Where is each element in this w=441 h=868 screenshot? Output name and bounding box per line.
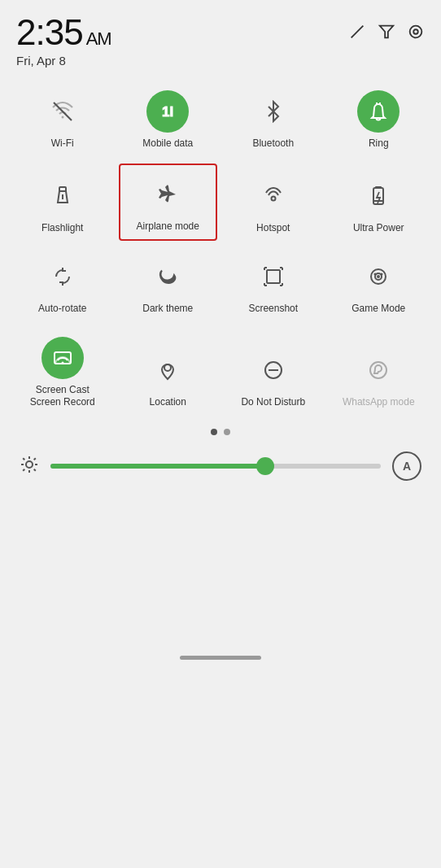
- ring-icon: [367, 100, 390, 123]
- time-block: 2:35AM Fri, Apr 8: [16, 15, 111, 68]
- hotspot-label: Hotspot: [256, 222, 290, 235]
- tile-screen-cast[interactable]: Screen Cast Screen Record: [13, 329, 112, 416]
- tile-bluetooth[interactable]: Bluetooth: [224, 82, 323, 157]
- page-dot-1[interactable]: [211, 429, 217, 435]
- flashlight-icon: [51, 185, 74, 207]
- tile-flashlight[interactable]: Flashlight: [13, 164, 112, 242]
- bottom-area: [0, 489, 441, 676]
- tile-airplane-mode[interactable]: Airplane mode: [119, 164, 218, 242]
- svg-point-36: [26, 461, 33, 468]
- auto-rotate-icon: [51, 265, 74, 288]
- clock-time: 2:35: [16, 12, 83, 52]
- svg-point-3: [413, 29, 418, 34]
- auto-brightness-button[interactable]: A: [392, 451, 421, 481]
- screenshot-label: Screenshot: [248, 303, 298, 316]
- dark-theme-icon-wrap: [146, 255, 189, 298]
- game-mode-icon-wrap: [357, 255, 400, 298]
- mobile-data-label: Mobile data: [142, 137, 193, 150]
- brightness-fill: [50, 464, 265, 469]
- tile-ultra-power[interactable]: Ultra Power: [330, 164, 429, 242]
- clock: 2:35AM: [16, 15, 111, 50]
- airplane-icon: [156, 183, 179, 206]
- quick-settings-panel: Wi-Fi 1l Mobile data Bluetooth: [0, 74, 441, 416]
- svg-point-28: [374, 273, 377, 276]
- status-date: Fri, Apr 8: [16, 54, 111, 68]
- bluetooth-icon-wrap: [252, 90, 295, 133]
- tile-ring[interactable]: Ring: [330, 82, 429, 157]
- auto-rotate-icon-wrap: [41, 255, 84, 298]
- svg-point-27: [378, 276, 379, 277]
- airplane-icon-wrap: [146, 173, 189, 216]
- location-label: Location: [150, 396, 186, 409]
- game-mode-label: Game Mode: [351, 303, 405, 316]
- location-icon: [156, 359, 179, 382]
- dnd-icon-wrap: [252, 349, 295, 391]
- game-mode-icon: [367, 265, 390, 288]
- screen-cast-icon-wrap: [41, 337, 84, 379]
- whatsapp-icon: [367, 359, 390, 382]
- settings-icon: [407, 23, 425, 41]
- wifi-off-icon: [51, 100, 74, 123]
- svg-rect-16: [267, 270, 280, 283]
- bluetooth-label: Bluetooth: [252, 137, 294, 150]
- signal-icon: [348, 23, 366, 41]
- svg-point-12: [271, 196, 275, 200]
- svg-line-44: [34, 458, 36, 460]
- svg-point-29: [381, 273, 383, 276]
- tile-mobile-data[interactable]: 1l Mobile data: [119, 82, 218, 157]
- svg-line-43: [23, 469, 24, 471]
- clock-ampm: AM: [86, 28, 111, 49]
- sun-icon: [20, 455, 39, 474]
- tile-screenshot[interactable]: Screenshot: [224, 247, 323, 322]
- tile-whatsapp[interactable]: WhatsApp mode: [330, 329, 429, 416]
- svg-point-4: [61, 116, 63, 119]
- status-bar: 2:35AM Fri, Apr 8: [0, 0, 441, 74]
- tile-game-mode[interactable]: Game Mode: [330, 247, 429, 322]
- screen-cast-icon: [51, 347, 74, 369]
- tile-dark-theme[interactable]: Dark theme: [119, 247, 218, 322]
- ring-icon-wrap: [357, 90, 400, 133]
- page-dot-2[interactable]: [224, 429, 230, 435]
- svg-point-31: [61, 361, 63, 364]
- hotspot-icon: [262, 185, 285, 207]
- dnd-label: Do Not Disturb: [241, 396, 305, 409]
- brightness-thumb[interactable]: [256, 457, 274, 475]
- dark-theme-label: Dark theme: [142, 303, 193, 316]
- wifi-icon-wrap: [41, 90, 84, 133]
- flashlight-label: Flashlight: [41, 222, 83, 235]
- svg-line-42: [34, 469, 36, 471]
- tile-hotspot[interactable]: Hotspot: [224, 164, 323, 242]
- page-dots: [0, 429, 441, 435]
- tile-dnd[interactable]: Do Not Disturb: [224, 329, 323, 416]
- svg-line-0: [351, 26, 364, 38]
- bluetooth-icon: [262, 100, 285, 123]
- flashlight-icon-wrap: [41, 175, 84, 217]
- svg-marker-1: [380, 26, 394, 38]
- auto-rotate-label: Auto-rotate: [38, 303, 86, 316]
- nav-bar-handle: [180, 656, 261, 660]
- dark-theme-icon: [156, 265, 179, 288]
- svg-rect-15: [375, 186, 382, 189]
- brightness-slider[interactable]: [50, 464, 381, 469]
- qs-grid: Wi-Fi 1l Mobile data Bluetooth: [13, 82, 428, 416]
- whatsapp-label: WhatsApp mode: [343, 396, 415, 409]
- ultra-power-icon: [367, 185, 390, 207]
- mobile-data-icon: 1l: [156, 100, 179, 123]
- mobile-data-icon-wrap: 1l: [146, 90, 189, 133]
- ultra-power-label: Ultra Power: [353, 222, 404, 235]
- screen-cast-label: Screen Cast Screen Record: [30, 384, 95, 409]
- ultra-power-icon-wrap: [357, 175, 400, 217]
- tile-wifi[interactable]: Wi-Fi: [13, 82, 112, 157]
- svg-line-41: [23, 458, 24, 460]
- ring-label: Ring: [369, 137, 389, 150]
- screenshot-icon-wrap: [252, 255, 295, 298]
- auto-brightness-label: A: [403, 460, 411, 473]
- filter-icon: [378, 23, 395, 41]
- svg-point-2: [410, 26, 422, 38]
- tile-location[interactable]: Location: [119, 329, 218, 416]
- hotspot-icon-wrap: [252, 175, 295, 217]
- screenshot-icon: [262, 265, 285, 288]
- svg-text:1l: 1l: [162, 104, 173, 120]
- tile-auto-rotate[interactable]: Auto-rotate: [13, 247, 112, 322]
- whatsapp-icon-wrap: [357, 349, 400, 391]
